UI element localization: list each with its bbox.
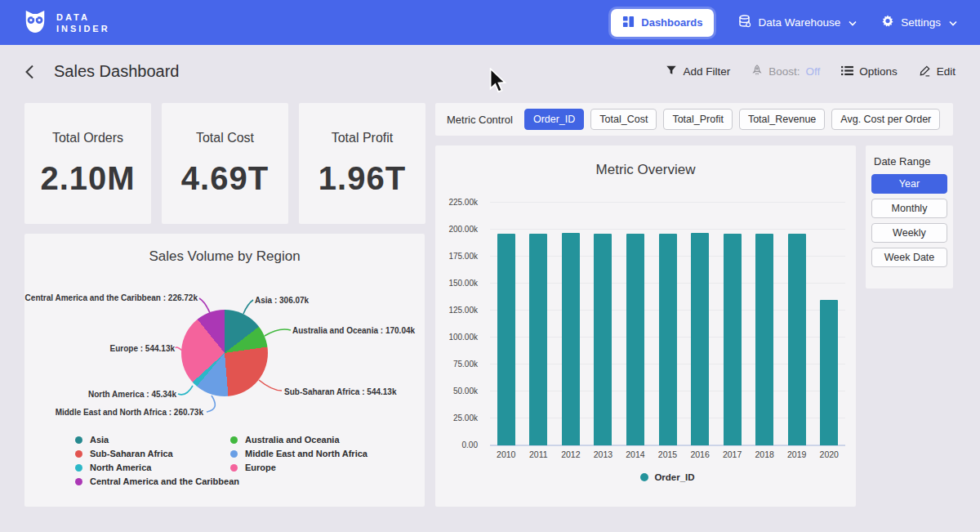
sales-dashboard-app: DATA INSIDER Dashboards xyxy=(0,0,980,532)
date-range-button-year[interactable]: Year xyxy=(871,174,947,194)
pie-legend-item-australia-and-oceania[interactable]: Australia and Oceania xyxy=(230,435,368,445)
funnel-icon xyxy=(666,65,677,78)
kpi-value: 4.69T xyxy=(181,160,269,197)
legend-dot xyxy=(230,450,238,458)
nav-data-warehouse[interactable]: Data Warehouse xyxy=(738,15,857,30)
bar-2013[interactable] xyxy=(594,234,612,445)
options-button[interactable]: Options xyxy=(841,65,898,78)
kpi-value: 2.10M xyxy=(40,160,135,197)
bar-slot xyxy=(813,203,845,445)
y-tick-label: 100.00k xyxy=(448,333,478,342)
add-filter-label: Add Filter xyxy=(683,65,730,78)
bar-slot xyxy=(684,203,716,445)
gear-icon xyxy=(881,15,894,30)
edit-label: Edit xyxy=(937,65,956,78)
nav-dashboards-button[interactable]: Dashboards xyxy=(611,9,714,37)
pie-legend-item-europe[interactable]: Europe xyxy=(230,463,368,472)
page-title: Sales Dashboard xyxy=(54,62,179,81)
kpi-value: 1.96T xyxy=(318,160,406,197)
back-button[interactable] xyxy=(24,65,34,79)
metric-button-order-id[interactable]: Order_ID xyxy=(524,109,584,130)
pie-callout-europe: Europe : 544.13k xyxy=(110,344,175,353)
pie-chart[interactable] xyxy=(181,310,268,396)
list-icon xyxy=(841,65,853,78)
y-tick-label: 175.00k xyxy=(448,252,478,261)
edit-button[interactable]: Edit xyxy=(919,65,956,79)
bar-2020[interactable] xyxy=(820,300,838,445)
pie-chart-title: Sales Volume by Region xyxy=(24,248,425,265)
database-icon xyxy=(738,15,751,30)
x-tick-label: 2013 xyxy=(587,449,620,459)
page-header: Sales Dashboard Add Filter Boost: Off xyxy=(0,45,980,98)
metric-button-total-profit[interactable]: Total_Profit xyxy=(663,109,733,130)
bar-slot xyxy=(619,203,652,445)
bars-row xyxy=(490,203,845,445)
x-tick-label: 2018 xyxy=(748,449,781,459)
x-tick-label: 2017 xyxy=(716,449,749,459)
x-tick-label: 2011 xyxy=(523,449,555,459)
add-filter-button[interactable]: Add Filter xyxy=(666,65,730,78)
pie-callout-middle-east-and-north-africa: Middle East and North Africa : 260.73k xyxy=(56,408,203,417)
bar-2010[interactable] xyxy=(497,234,515,445)
pie-legend-label: North America xyxy=(90,463,151,472)
pie-legend-item-central-america-and-the-caribbean[interactable]: Central America and the Caribbean xyxy=(75,476,239,486)
date-range-button-week-date[interactable]: Week Date xyxy=(871,248,947,267)
pie-legend-label: Europe xyxy=(245,463,276,472)
y-tick-label: 150.00k xyxy=(448,279,478,288)
metric-button-total-cost[interactable]: Total_Cost xyxy=(590,109,657,130)
y-tick-label: 75.00k xyxy=(453,360,478,369)
x-tick-label: 2015 xyxy=(652,449,684,459)
bar-2019[interactable] xyxy=(788,234,806,445)
y-tick-label: 50.00k xyxy=(453,387,478,396)
bar-slot xyxy=(716,203,749,445)
rocket-icon xyxy=(751,65,763,79)
date-range-button-monthly[interactable]: Monthly xyxy=(871,199,947,218)
boost-toggle[interactable]: Boost: Off xyxy=(751,65,820,79)
bar-2015[interactable] xyxy=(659,234,677,445)
bar-chart-x-axis: 2010201120122013201420152016201720182019… xyxy=(490,449,845,459)
options-label: Options xyxy=(859,65,898,78)
bar-chart-title: Metric Overview xyxy=(435,162,856,178)
x-tick-label: 2019 xyxy=(781,449,813,459)
bar-slot xyxy=(587,203,620,445)
pie-legend-item-sub-saharan-africa[interactable]: Sub-Saharan Africa xyxy=(75,449,239,458)
pie-callout-north-america: North America : 45.34k xyxy=(88,390,176,399)
pie-legend-item-middle-east-and-north-africa[interactable]: Middle East and North Africa xyxy=(230,449,368,458)
bar-2018[interactable] xyxy=(755,234,773,445)
bar-2012[interactable] xyxy=(562,233,580,445)
kpi-label: Total Profit xyxy=(332,131,394,145)
pie-legend-item-asia[interactable]: Asia xyxy=(75,435,239,445)
bar-chart-y-axis: 0.0025.00k50.00k75.00k100.00k125.00k150.… xyxy=(435,203,484,445)
bar-2017[interactable] xyxy=(724,234,742,445)
nav-settings[interactable]: Settings xyxy=(881,15,957,30)
y-tick-label: 225.00k xyxy=(448,198,478,207)
bar-slot xyxy=(748,203,781,445)
pie-legend-item-north-america[interactable]: North America xyxy=(75,463,239,472)
x-tick-label: 2014 xyxy=(619,449,652,459)
chevron-down-icon xyxy=(849,16,857,29)
bar-chart-plot xyxy=(490,203,845,445)
bar-2011[interactable] xyxy=(529,234,547,445)
legend-series-name: Order_ID xyxy=(654,472,694,482)
pie-chart-area: Asia : 306.07kAustralia and Oceania : 17… xyxy=(24,266,425,438)
legend-dot xyxy=(75,464,82,472)
x-tick-label: 2020 xyxy=(813,449,845,459)
bar-2016[interactable] xyxy=(691,233,709,445)
owl-icon xyxy=(23,8,47,38)
metric-button-avg-cost-per-order[interactable]: Avg. Cost per Order xyxy=(831,109,940,130)
pie-callout-central-america-and-the-caribbean: Central America and the Caribbean : 226.… xyxy=(25,293,198,302)
bar-2014[interactable] xyxy=(626,234,644,445)
brand-logo[interactable]: DATA INSIDER xyxy=(23,8,110,38)
y-tick-label: 125.00k xyxy=(448,306,478,315)
bar-chart-legend: Order_ID xyxy=(490,472,845,482)
date-range-panel: Date Range YearMonthlyWeeklyWeek Date xyxy=(866,145,953,288)
bar-slot xyxy=(490,203,523,445)
metric-button-total-revenue[interactable]: Total_Revenue xyxy=(739,109,825,130)
pie-legend-label: Australia and Oceania xyxy=(245,435,340,445)
date-range-button-weekly[interactable]: Weekly xyxy=(871,223,947,243)
x-tick-label: 2012 xyxy=(555,449,587,459)
pencil-icon xyxy=(919,65,931,79)
metric-control-label: Metric Control xyxy=(447,114,513,126)
bar-slot xyxy=(555,203,587,445)
y-tick-label: 25.00k xyxy=(453,414,478,422)
